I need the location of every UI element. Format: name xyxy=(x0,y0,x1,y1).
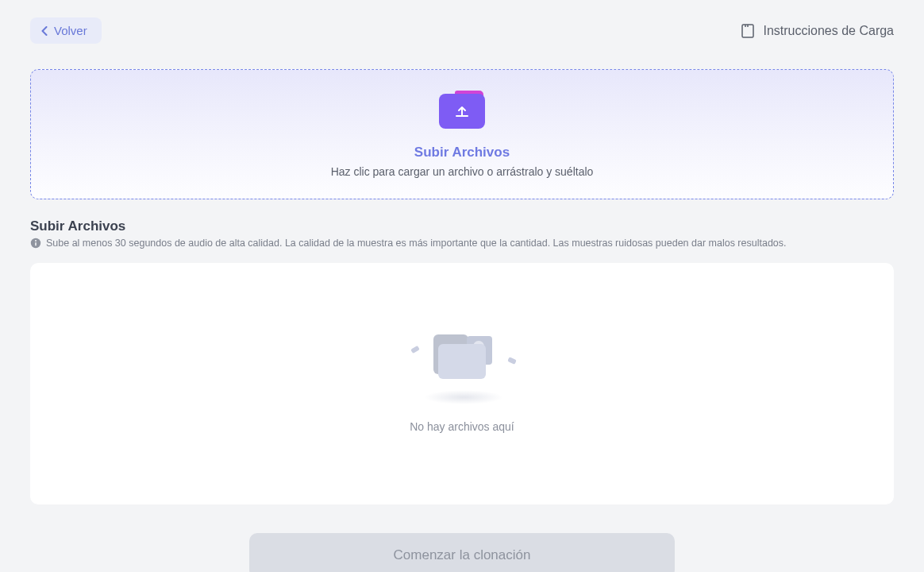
document-icon xyxy=(741,24,755,38)
instructions-link[interactable]: Instrucciones de Carga xyxy=(741,24,894,38)
info-icon xyxy=(30,238,41,249)
start-cloning-button[interactable]: Comenzar la clonación xyxy=(249,533,675,572)
svg-point-2 xyxy=(35,240,37,242)
upload-subtitle: Haz clic para cargar un archivo o arrást… xyxy=(331,165,594,178)
files-panel: No hay archivos aquí xyxy=(30,263,894,504)
empty-state-text: No hay archivos aquí xyxy=(410,420,514,433)
upload-icon xyxy=(439,92,485,129)
chevron-left-icon xyxy=(41,26,48,36)
upload-dropzone[interactable]: Subir Archivos Haz clic para cargar un a… xyxy=(30,69,894,199)
back-button[interactable]: Volver xyxy=(30,17,102,44)
start-cloning-label: Comenzar la clonación xyxy=(394,547,531,562)
upload-title: Subir Archivos xyxy=(414,145,510,160)
back-button-label: Volver xyxy=(54,24,87,37)
section-title: Subir Archivos xyxy=(30,218,894,234)
section-info: Sube al menos 30 segundos de audio de al… xyxy=(30,238,894,249)
header: Volver Instrucciones de Carga xyxy=(30,17,894,44)
section-info-text: Sube al menos 30 segundos de audio de al… xyxy=(46,238,787,249)
svg-rect-3 xyxy=(35,242,37,246)
instructions-link-label: Instrucciones de Carga xyxy=(763,24,894,38)
empty-folder-icon xyxy=(406,334,518,398)
